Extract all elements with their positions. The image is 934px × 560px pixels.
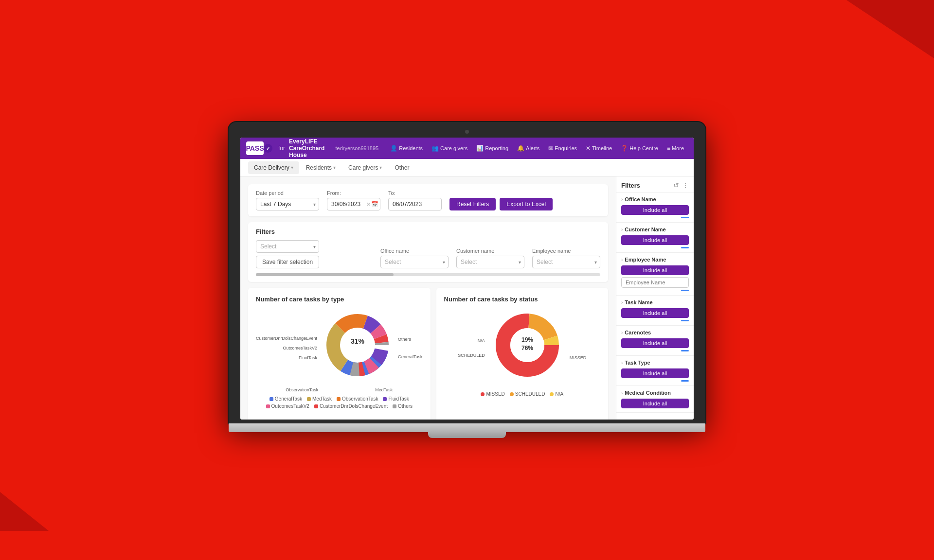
employee-name-filter-group: Employee name Select [532,248,600,268]
laptop-stand [428,432,506,438]
rp-section-medical-header[interactable]: › Medical Condition [621,390,689,396]
laptop-base [229,423,705,432]
customer-name-select[interactable]: Select [456,256,524,268]
top-navigation: PASS ✓ for EveryLIFE CareOrchard House t… [240,138,694,159]
employee-name-label: Employee name [532,248,600,254]
topnav-reporting[interactable]: 📊 Reporting [472,143,512,154]
more-icon: ≡ [667,145,670,152]
donut-chart-status: 19% 76% [491,309,564,382]
topnav-helpcentre[interactable]: ❓ Help Centre [617,143,662,154]
date-period-select[interactable]: Last 7 Days [256,198,319,210]
charts-row: Number of care tasks by type CustomerDnr… [248,288,608,420]
chart-type-body: CustomerDnrDolsChangeEvent OutcomesTaskV… [256,309,423,409]
date-clear-icon[interactable]: ✕ [366,201,371,208]
rp-medical-title: Medical Condition [625,390,671,396]
subnav-care-delivery[interactable]: Care Delivery ▾ [248,161,299,174]
rp-section-office-name: › Office Name Include all [616,192,694,223]
subnav-caregivers[interactable]: Care givers ▾ [342,161,388,174]
chevron-right-icon: › [621,257,623,262]
reset-filters-button[interactable]: Reset Filters [449,198,496,210]
export-excel-button[interactable]: Export to Excel [500,198,553,210]
rp-section-task-header[interactable]: › Task Name [621,299,689,305]
rp-employee-title: Employee Name [625,257,666,262]
red-accent-bottom-left [0,492,49,531]
right-panel-title: Filters [621,182,640,189]
legend-dot [393,404,396,408]
save-filter-button[interactable]: Save filter selection [256,256,319,268]
from-date-group: From: ✕ 📅 [327,190,380,210]
rp-section-tasktype-header[interactable]: › Task Type [621,360,689,366]
tasktype-blue-bar [681,380,689,382]
chart-status-title: Number of care tasks by status [444,296,600,303]
enquiries-icon: ✉ [548,145,553,152]
topnav-user: tedryerson991895 [336,145,379,151]
horizontal-scrollbar[interactable] [256,273,600,276]
legend-missed: MISSED [481,391,504,397]
customer-include-all-button[interactable]: Include all [621,235,689,245]
employee-name-input[interactable] [621,277,689,288]
filter-type-select[interactable]: Select [256,240,319,253]
rp-carenotes-title: Carenotes [625,330,651,335]
date-period-label: Date period [256,190,319,196]
to-date-group: To: [388,190,442,210]
chevron-right-icon: › [621,390,623,396]
office-blue-bar [681,217,689,218]
screen: PASS ✓ for EveryLIFE CareOrchard House t… [240,138,694,420]
topnav-more[interactable]: ≡ More [663,143,688,154]
calendar-icon[interactable]: 📅 [371,201,378,208]
rp-section-customer-header[interactable]: › Customer Name [621,227,689,232]
carenotes-include-all-button[interactable]: Include all [621,338,689,348]
customer-name-filter-group: Customer name Select [456,248,524,268]
rp-section-employee-header[interactable]: › Employee Name [621,257,689,262]
filters-section: Filters Select Save filter selection [248,222,608,282]
rp-customer-title: Customer Name [625,227,665,232]
refresh-icon[interactable]: ↺ [673,181,679,189]
chart-labels-left: CustomerDnrDolsChangeEvent OutcomesTaskV… [256,336,317,360]
to-label: To: [388,190,442,196]
legend-dot [314,404,318,408]
legend-generaltask: GeneralTask [269,396,302,402]
employee-name-select[interactable]: Select [532,256,600,268]
content-area: Date period Last 7 Days From: [240,176,616,420]
topnav-enquiries[interactable]: ✉ Enquiries [544,143,581,154]
rp-tasktype-title: Task Type [625,360,650,366]
topnav-for: for [278,145,285,152]
screen-bezel: PASS ✓ for EveryLIFE CareOrchard House t… [229,122,705,423]
filter-type-group: Select Save filter selection [256,240,373,268]
topnav-residents[interactable]: 👤 Residents [386,143,427,154]
tasktype-include-all-button[interactable]: Include all [621,368,689,378]
chart-bottom-labels: ObservationTask MedTask [286,387,393,392]
topnav-caregivers[interactable]: 👥 Care givers [428,143,471,154]
rp-section-office-header[interactable]: › Office Name [621,196,689,202]
topnav-timeline[interactable]: ✕ Timeline [582,143,616,154]
to-date-input[interactable] [388,198,442,210]
legend-dot [510,392,514,396]
svg-text:19%: 19% [521,336,533,343]
more-options-icon[interactable]: ⋮ [682,181,689,189]
topnav-alerts[interactable]: 🔔 Alerts [513,143,543,154]
chart-type-title: Number of care tasks by type [256,296,423,303]
subnav-residents[interactable]: Residents ▾ [300,161,341,174]
task-blue-bar [681,320,689,321]
rp-section-carenotes-header[interactable]: › Carenotes [621,330,689,335]
medical-include-all-button[interactable]: Include all [621,399,689,408]
svg-text:76%: 76% [521,345,533,351]
customer-name-label: Customer name [456,248,524,254]
subnav-other[interactable]: Other [389,161,415,174]
rp-section-customer-name: › Customer Name Include all [616,223,694,253]
filter-type-wrap: Select [256,240,319,253]
rp-office-title: Office Name [625,196,656,202]
helpcentre-icon: ❓ [621,145,628,152]
rp-section-task-type: › Task Type Include all [616,356,694,386]
office-name-select[interactable]: Select [380,256,449,268]
svg-point-7 [341,328,375,362]
employee-include-all-button[interactable]: Include all [621,265,689,275]
chevron-down-icon: ▾ [379,165,382,170]
legend-outcomestaskv2: OutcomesTaskV2 [266,403,309,409]
status-labels-right: MISSED [570,336,587,360]
task-include-all-button[interactable]: Include all [621,308,689,318]
alerts-icon: 🔔 [517,145,524,152]
office-include-all-button[interactable]: Include all [621,205,689,215]
customer-name-select-wrap: Select [456,256,524,268]
from-date-wrap: ✕ 📅 [327,198,380,210]
